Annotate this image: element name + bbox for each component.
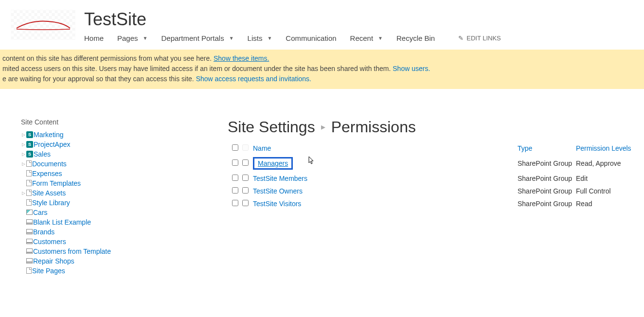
header-checkbox: [242, 144, 249, 151]
sidebar-item-label[interactable]: Site Pages: [32, 267, 65, 275]
sidebar-item-sales[interactable]: ▷SSales: [21, 149, 206, 159]
table-row: TestSite MembersSharePoint GroupEdit: [228, 172, 644, 185]
row-select-checkbox[interactable]: [232, 175, 238, 181]
group-type: SharePoint Group: [518, 175, 576, 182]
permission-level: Read, Approve: [576, 159, 644, 167]
content-area: Site Settings ▸ Permissions Name Type Pe…: [206, 118, 644, 276]
banner-text-2: mited access users on this site. Users m…: [2, 65, 393, 72]
table-row: TestSite VisitorsSharePoint GroupRead: [228, 197, 644, 210]
breadcrumb-current: Permissions: [331, 118, 416, 136]
group-link[interactable]: Managers: [258, 159, 288, 167]
sidebar-item-label[interactable]: Sales: [34, 150, 51, 158]
sidebar-item-label[interactable]: Form Templates: [32, 179, 81, 187]
nav-communication[interactable]: Communication: [286, 34, 336, 42]
sidebar-item-brands[interactable]: ▷Brands: [21, 227, 206, 237]
list-icon: [26, 219, 33, 225]
select-all-checkbox[interactable]: [232, 144, 238, 151]
site-logo[interactable]: [11, 10, 75, 40]
sidebar-item-label[interactable]: Marketing: [34, 131, 63, 139]
permission-level: Edit: [576, 175, 644, 182]
chevron-down-icon[interactable]: ▼: [267, 35, 272, 41]
show-items-link[interactable]: Show these items.: [214, 54, 269, 62]
sidebar-item-label[interactable]: Customers: [33, 238, 66, 246]
sidebar-item-projectapex[interactable]: ▷SProjectApex: [21, 140, 206, 149]
picture-library-icon: [26, 210, 33, 215]
document-library-icon: [26, 180, 32, 186]
sidebar-item-label[interactable]: Expenses: [32, 170, 62, 177]
group-type: SharePoint Group: [518, 187, 576, 195]
permission-level: Full Control: [576, 187, 644, 195]
row-checkbox[interactable]: [242, 175, 249, 181]
sidebar-item-label[interactable]: Style Library: [32, 199, 70, 207]
group-link[interactable]: TestSite Members: [253, 175, 307, 182]
show-users-link[interactable]: Show users.: [393, 65, 430, 72]
document-library-icon: [26, 199, 32, 206]
highlight-box: Managers: [253, 157, 293, 170]
list-icon: [26, 258, 33, 264]
column-header-level[interactable]: Permission Levels: [576, 144, 631, 152]
nav-recent[interactable]: Recent▼: [350, 34, 383, 42]
group-link[interactable]: TestSite Owners: [253, 187, 303, 195]
expand-icon[interactable]: ▷: [21, 191, 26, 195]
sidebar-item-customers[interactable]: ▷Customers: [21, 237, 206, 247]
row-select-checkbox[interactable]: [232, 187, 238, 194]
row-select-checkbox[interactable]: [232, 200, 238, 206]
group-type: SharePoint Group: [518, 200, 576, 208]
banner-text-1: content on this site has different permi…: [2, 54, 214, 62]
row-select-checkbox[interactable]: [232, 159, 238, 166]
chevron-down-icon[interactable]: ▼: [143, 35, 148, 41]
sidebar-item-repair-shops[interactable]: ▷Repair Shops: [21, 256, 206, 266]
site-title[interactable]: TestSite: [84, 10, 501, 29]
header: TestSite HomePages▼Department Portals▼Li…: [0, 0, 644, 45]
sidebar-item-label[interactable]: Cars: [33, 209, 48, 216]
sidebar-item-expenses[interactable]: ▷Expenses: [21, 169, 206, 178]
breadcrumb-arrow-icon: ▸: [321, 122, 325, 132]
sidebar-item-label[interactable]: Repair Shops: [33, 257, 74, 265]
permissions-table: Name Type Permission Levels ManagersShar…: [228, 142, 644, 210]
list-icon: [26, 239, 33, 244]
sidebar-item-label[interactable]: Site Assets: [32, 189, 66, 197]
sidebar-item-marketing[interactable]: ▷SMarketing: [21, 130, 206, 140]
sidebar-item-site-assets[interactable]: ▷Site Assets: [21, 188, 206, 198]
row-checkbox[interactable]: [242, 159, 249, 166]
expand-icon[interactable]: ▷: [21, 142, 26, 147]
sidebar-item-blank-list-example[interactable]: ▷Blank List Example: [21, 217, 206, 227]
sidebar-item-customers-from-template[interactable]: ▷Customers from Template: [21, 247, 206, 256]
sidebar-item-style-library[interactable]: ▷Style Library: [21, 198, 206, 208]
sidebar-item-label[interactable]: Brands: [33, 228, 54, 236]
sidebar-item-label[interactable]: Blank List Example: [33, 218, 91, 226]
chevron-down-icon[interactable]: ▼: [229, 35, 234, 41]
expand-icon[interactable]: ▷: [21, 152, 26, 157]
document-library-icon: [26, 267, 32, 274]
row-checkbox[interactable]: [242, 200, 249, 206]
pencil-icon: ✎: [458, 35, 464, 42]
nav-lists[interactable]: Lists▼: [248, 34, 272, 42]
expand-icon[interactable]: ▷: [21, 132, 26, 137]
nav-home[interactable]: Home: [84, 34, 104, 42]
nav-pages[interactable]: Pages▼: [117, 34, 147, 42]
sidebar-item-cars[interactable]: ▷Cars: [21, 208, 206, 217]
breadcrumb-parent[interactable]: Site Settings: [228, 118, 315, 136]
permission-level: Read: [576, 200, 644, 208]
sidebar-item-documents[interactable]: ▷Documents: [21, 159, 206, 169]
column-header-type[interactable]: Type: [518, 144, 532, 152]
sidebar-item-site-pages[interactable]: ▷Site Pages: [21, 266, 206, 276]
nav-recycle-bin[interactable]: Recycle Bin: [396, 34, 435, 42]
car-logo-icon: [14, 18, 72, 32]
sidebar-item-label[interactable]: Customers from Template: [33, 247, 111, 255]
row-checkbox[interactable]: [242, 187, 249, 194]
group-link[interactable]: TestSite Visitors: [253, 200, 301, 208]
nav-department-portals[interactable]: Department Portals▼: [161, 34, 233, 42]
banner-text-3: e are waiting for your approval so that …: [2, 75, 196, 83]
sidebar-item-form-templates[interactable]: ▷Form Templates: [21, 178, 206, 188]
sharepoint-site-icon: S: [26, 141, 33, 148]
sidebar-item-label[interactable]: ProjectApex: [34, 141, 70, 148]
document-library-icon: [26, 160, 32, 167]
sidebar-item-label[interactable]: Documents: [32, 160, 67, 168]
chevron-down-icon[interactable]: ▼: [378, 35, 383, 41]
show-access-requests-link[interactable]: Show access requests and invitations.: [196, 75, 311, 83]
edit-links-button[interactable]: ✎EDIT LINKS: [458, 35, 501, 42]
table-row: TestSite OwnersSharePoint GroupFull Cont…: [228, 185, 644, 197]
expand-icon[interactable]: ▷: [21, 161, 26, 166]
column-header-name[interactable]: Name: [253, 144, 271, 152]
